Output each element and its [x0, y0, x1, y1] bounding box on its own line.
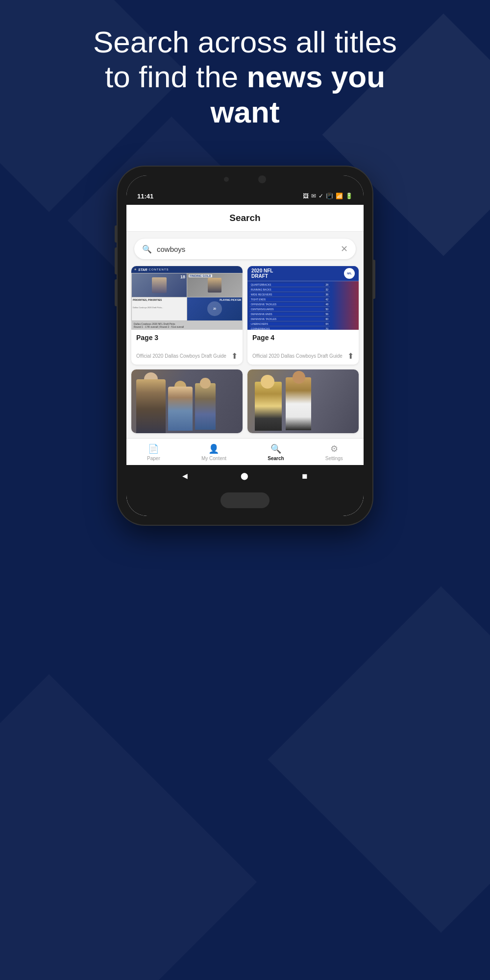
p3-cell1: 18 [132, 273, 187, 297]
award-photo-content [247, 369, 359, 433]
result-thumb-photo1 [131, 369, 243, 433]
p3-bottom: Dallas Cowboys 2020 NFL Draft Picks Roun… [131, 321, 243, 330]
settings-icon: ⚙ [330, 443, 338, 454]
home-button-android[interactable]: ⬤ [241, 472, 248, 480]
result-source-text: Official 2020 Dallas Cowboys Draft Guide [136, 353, 226, 359]
mute-button [115, 279, 118, 306]
coaching-photo-content [131, 369, 243, 433]
nfl-draft-table: QUARTERBACKS 28 RUNNING BACKS 32 WIDE RE… [247, 281, 332, 330]
nav-item-search[interactable]: 🔍 Search [268, 443, 284, 461]
num-wr: 36 [324, 293, 330, 296]
person-figure-2 [168, 387, 193, 431]
wifi-icon: 📶 [336, 193, 343, 199]
android-navigation: ◀ ⬤ ◼ [126, 465, 364, 487]
volume-down-button [115, 247, 118, 274]
pos-te: TIGHT ENDS [249, 298, 324, 301]
draft-row-te: TIGHT ENDS 42 [249, 297, 330, 302]
volume-up-button [115, 225, 118, 243]
phone-mockup: 11:41 🖼 ✉ ✓ 📳 📶 🔋 Search 🔍 cowboys [118, 167, 372, 525]
nav-label-paper: Paper [147, 456, 160, 461]
pos-dt: DEFENSIVE TACKLES [249, 318, 324, 320]
result-footer-page4: Official 2020 Dallas Cowboys Draft Guide… [247, 348, 359, 365]
nfl-draft-body: QUARTERBACKS 28 RUNNING BACKS 32 WIDE RE… [247, 281, 359, 330]
share-button-page4[interactable]: ⬆ [347, 351, 354, 361]
cowboys-header: ★ STAR CONTENTS [131, 266, 243, 273]
award-figure-2 [286, 377, 311, 430]
p3-cell3: PRIORITIES, PRIORITIES Dallas Cowboys 20… [132, 297, 187, 321]
mycontent-icon: 👤 [208, 443, 219, 454]
nfl-draft-header: 2020 NFL DRAFT NFL [247, 266, 359, 281]
home-button-area [126, 487, 364, 516]
paper-icon: 📄 [148, 443, 159, 454]
nav-label-mycontent: My Content [201, 456, 226, 461]
hero-section: Search across all titles to find the new… [0, 15, 490, 139]
nav-label-search: Search [268, 456, 284, 461]
status-time: 11:41 [137, 193, 153, 200]
vibrate-icon: 📳 [326, 193, 333, 199]
pos-qb: QUARTERBACKS [249, 283, 324, 286]
result-footer-page3: Official 2020 Dallas Cowboys Draft Guide… [131, 348, 243, 365]
draft-row-dt: DEFENSIVE TACKLES 60 [249, 317, 330, 321]
cowboys-logo-sm: ★ [134, 268, 137, 271]
nfl-draft-players-photo [332, 281, 359, 330]
result-source-page4: Official 2020 Dallas Cowboys Draft Guide [252, 353, 343, 359]
result-card-page3[interactable]: ★ STAR CONTENTS 18 [131, 266, 243, 365]
num-qb: 28 [324, 283, 330, 286]
result-thumb-page3: ★ STAR CONTENTS 18 [131, 266, 243, 330]
results-grid: ★ STAR CONTENTS 18 [126, 266, 364, 438]
recents-button[interactable]: ◼ [302, 472, 308, 480]
speaker-dot [224, 177, 229, 182]
person-figure-3 [195, 383, 216, 430]
result-thumb-page4: 2020 NFL DRAFT NFL QUARTERBACKS 28 [247, 266, 359, 330]
nav-item-settings[interactable]: ⚙ Settings [325, 443, 343, 461]
mail-icon: ✉ [311, 193, 316, 199]
num-de: 56 [324, 313, 330, 316]
num-rb: 32 [324, 288, 330, 291]
p3-cell4: 20 PLAYING PICK'EM [187, 297, 242, 321]
num-lb: 64 [324, 322, 330, 325]
check-icon: ✓ [318, 193, 323, 199]
back-button[interactable]: ◀ [182, 472, 188, 480]
nav-item-paper[interactable]: 📄 Paper [147, 443, 160, 461]
nfl-draft-word: DRAFT [251, 273, 273, 279]
nav-item-mycontent[interactable]: 👤 My Content [201, 443, 226, 461]
camera-circle [258, 175, 266, 183]
search-clear-button[interactable]: ✕ [341, 244, 348, 254]
num-cb: 70 [324, 327, 330, 330]
result-page-label: Page 3 [136, 334, 238, 342]
draft-row-lb: LINEBACKERS 64 [249, 321, 330, 326]
hero-heading: Search across all titles to find the new… [29, 24, 461, 129]
app-header: Search [126, 205, 364, 232]
notch-area [126, 175, 364, 187]
result-card-photo1[interactable] [131, 369, 243, 433]
result-card-photo2[interactable] [247, 369, 359, 433]
share-button-page3[interactable]: ⬆ [231, 351, 238, 361]
award-figure-1 [255, 382, 282, 431]
search-query-text[interactable]: cowboys [157, 245, 341, 253]
pos-de: DEFENSIVE ENDS [249, 313, 324, 316]
num-te: 42 [324, 298, 330, 301]
status-icons: 🖼 ✉ ✓ 📳 📶 🔋 [303, 193, 353, 199]
result-card-page4[interactable]: 2020 NFL DRAFT NFL QUARTERBACKS 28 [247, 266, 359, 365]
search-bar[interactable]: 🔍 cowboys ✕ [134, 239, 356, 259]
pos-wr: WIDE RECEIVERS [249, 293, 324, 296]
nfl-logo: NFL [344, 268, 355, 279]
person-figure-1 [136, 379, 166, 433]
draft-row-de: DEFENSIVE ENDS 56 [249, 312, 330, 317]
app-title: Search [229, 213, 260, 223]
pos-lb: LINEBACKERS [249, 322, 324, 325]
draft-row-qb: QUARTERBACKS 28 [249, 282, 330, 287]
home-button-bar[interactable] [220, 492, 270, 508]
search-nav-icon: 🔍 [270, 443, 281, 454]
photo-icon: 🖼 [303, 193, 309, 199]
result-thumb-photo2 [247, 369, 359, 433]
status-bar: 11:41 🖼 ✉ ✓ 📳 📶 🔋 [126, 187, 364, 205]
cowboys-star-text: STAR [138, 268, 147, 271]
nfl-draft-year: 2020 NFL [251, 268, 273, 273]
draft-row-cb: CORNERBACKS 70 [249, 326, 330, 330]
result-info-page3: Page 3 [131, 330, 243, 348]
power-button [372, 260, 375, 299]
draft-row-cg: CENTERS/GUARDS 50 [249, 307, 330, 312]
search-magnifier-icon: 🔍 [142, 245, 152, 254]
pos-ot: OFFENSIVE TACKLES [249, 303, 324, 306]
